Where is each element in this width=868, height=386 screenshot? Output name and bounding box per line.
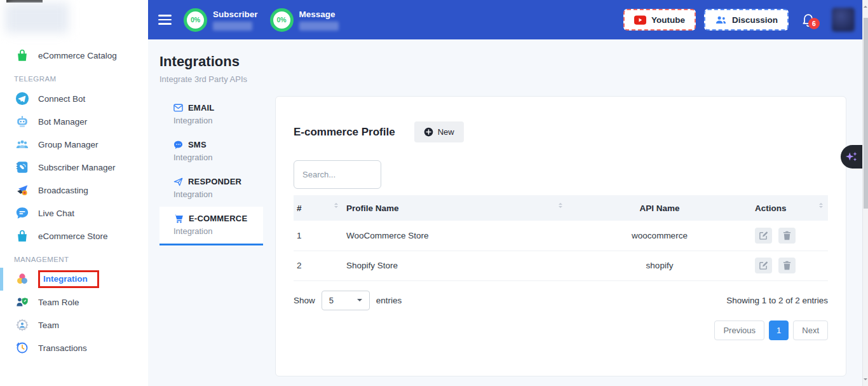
row-number: 2 (294, 251, 343, 280)
page-subtitle: Integrate 3rd Party APIs (159, 74, 846, 84)
transactions-clock-icon (15, 341, 29, 355)
chat-bubble-icon (15, 206, 29, 220)
integration-tabs: EMAIL Integration SMS Integration (159, 96, 263, 245)
page-size-select[interactable]: 5 (322, 291, 370, 310)
sidebar-item-connect-bot[interactable]: Connect Bot (0, 87, 148, 110)
profiles-table: # Profile Name API Name Actions 1 WooCom… (294, 195, 828, 281)
next-page-button[interactable]: Next (793, 321, 828, 340)
table-row: 1 WooCommerce Store woocommerce (294, 221, 828, 251)
logo-blurred-image (5, 3, 69, 33)
table-header-row: # Profile Name API Name Actions (294, 195, 828, 221)
trash-icon (783, 231, 791, 240)
sidebar-section-telegram: TELEGRAM (0, 67, 148, 87)
envelope-icon (173, 104, 183, 112)
tab-title: SMS (188, 140, 207, 149)
tab-ecommerce-integration[interactable]: E-COMMERCE Integration (159, 207, 263, 245)
chevron-down-icon (357, 299, 362, 304)
sidebar-item-broadcasting[interactable]: Broadcasting (0, 179, 148, 202)
tab-responder-integration[interactable]: RESPONDER Integration (159, 170, 263, 207)
users-group-icon (15, 137, 29, 151)
trash-icon (783, 261, 791, 270)
sidebar-section-management: MANAGEMENT (0, 247, 148, 268)
tab-title: EMAIL (188, 103, 214, 113)
paper-plane-icon (173, 177, 183, 186)
shopping-bag-icon (15, 48, 29, 62)
tab-subtitle: Integration (173, 226, 263, 236)
team-gear-icon (15, 318, 29, 332)
youtube-button-label: Youtube (651, 15, 685, 25)
column-header-profile-name[interactable]: Profile Name (343, 195, 567, 221)
youtube-icon (634, 15, 646, 25)
cart-icon (173, 214, 184, 223)
sidebar-item-live-chat[interactable]: Live Chat (0, 202, 148, 224)
api-name-cell: woocommerce (567, 221, 752, 251)
page-scrollbar[interactable] (862, 0, 868, 386)
discussion-users-icon (715, 15, 727, 25)
column-header-api-name[interactable]: API Name (567, 195, 752, 221)
active-indicator-bar (0, 268, 3, 291)
column-header-actions[interactable]: Actions (752, 195, 828, 221)
sparkles-icon (844, 150, 858, 164)
showing-entries-text: Showing 1 to 2 of 2 entries (726, 296, 828, 305)
sidebar-item-subscriber-manager[interactable]: Subscriber Manager (0, 156, 148, 179)
page-title: Integrations (159, 53, 846, 70)
redacted-stat-value (213, 22, 252, 31)
tab-sms-integration[interactable]: SMS Integration (159, 133, 263, 170)
pagination: Previous 1 Next (294, 321, 828, 340)
broadcast-icon (15, 183, 29, 197)
sms-bubble-icon (173, 141, 183, 149)
ecommerce-profile-card: E-commerce Profile New # Profile Name AP… (275, 96, 846, 376)
stat-label: Subscriber (213, 10, 258, 19)
tab-title: E-COMMERCE (189, 214, 247, 223)
show-label: Show (294, 296, 315, 305)
sidebar-item-label: Live Chat (38, 209, 74, 218)
row-number: 1 (294, 221, 343, 251)
search-input[interactable] (294, 160, 381, 189)
scroll-up-arrow-icon[interactable] (864, 4, 867, 8)
sidebar-item-label: eCommerce Store (38, 231, 108, 241)
discussion-button[interactable]: Discussion (704, 9, 789, 31)
notifications-button[interactable]: 6 (801, 12, 815, 27)
subscriber-stat: 0% Subscriber (184, 8, 258, 32)
new-profile-button[interactable]: New (414, 121, 464, 142)
sort-icon (559, 201, 562, 210)
contact-book-icon (15, 160, 29, 174)
sidebar-item-group-manager[interactable]: Group Manager (0, 133, 148, 156)
page-number-button[interactable]: 1 (769, 321, 789, 340)
annotation-red-box: Integration (38, 270, 99, 288)
tab-email-integration[interactable]: EMAIL Integration (159, 96, 263, 133)
edit-button[interactable] (755, 228, 772, 244)
delete-button[interactable] (778, 258, 796, 273)
edit-pencil-icon (759, 261, 768, 270)
delete-button[interactable] (778, 228, 796, 244)
robot-icon (15, 114, 29, 128)
new-button-label: New (438, 127, 454, 137)
sidebar-item-label: Bot Manager (38, 117, 87, 127)
sidebar-item-bot-manager[interactable]: Bot Manager (0, 110, 148, 133)
scrollbar-thumb[interactable] (864, 18, 868, 209)
notification-count-badge: 6 (808, 18, 820, 29)
scroll-down-arrow-icon[interactable] (864, 378, 867, 382)
sidebar-item-label: Integration (43, 274, 88, 284)
tab-subtitle: Integration (173, 190, 263, 199)
color-circles-icon (15, 272, 29, 286)
profile-name-cell: Shopify Store (343, 251, 567, 280)
sidebar-item-ecommerce-catalog[interactable]: eCommerce Catalog (0, 44, 148, 67)
sidebar-item-team[interactable]: Team (0, 314, 148, 336)
sidebar-item-label: Subscriber Manager (38, 163, 116, 172)
sidebar-item-integration[interactable]: Integration (0, 268, 148, 291)
entries-label: entries (376, 296, 402, 305)
tab-subtitle: Integration (173, 153, 263, 162)
edit-button[interactable] (755, 258, 772, 273)
youtube-button[interactable]: Youtube (623, 9, 696, 31)
previous-page-button[interactable]: Previous (714, 321, 764, 340)
sidebar-item-transactions[interactable]: Transactions (0, 336, 148, 359)
sidebar-item-ecommerce-store[interactable]: eCommerce Store (0, 224, 148, 247)
column-header-num[interactable]: # (294, 195, 343, 221)
redacted-stat-value (299, 22, 339, 31)
sidebar-item-team-role[interactable]: Team Role (0, 291, 148, 314)
avatar[interactable] (832, 8, 855, 32)
plus-circle-icon (424, 127, 433, 137)
hamburger-menu-icon[interactable] (158, 15, 172, 25)
ai-assistant-fab[interactable] (841, 145, 862, 169)
